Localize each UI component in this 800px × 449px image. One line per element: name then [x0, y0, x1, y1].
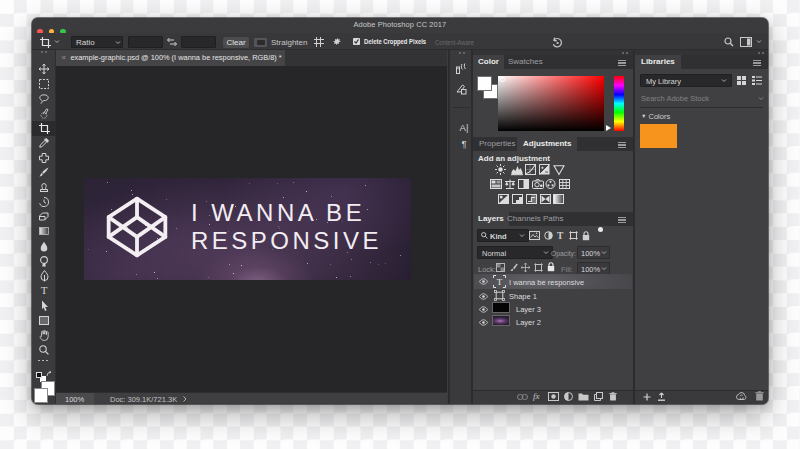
svg-text:T: T — [497, 277, 503, 287]
